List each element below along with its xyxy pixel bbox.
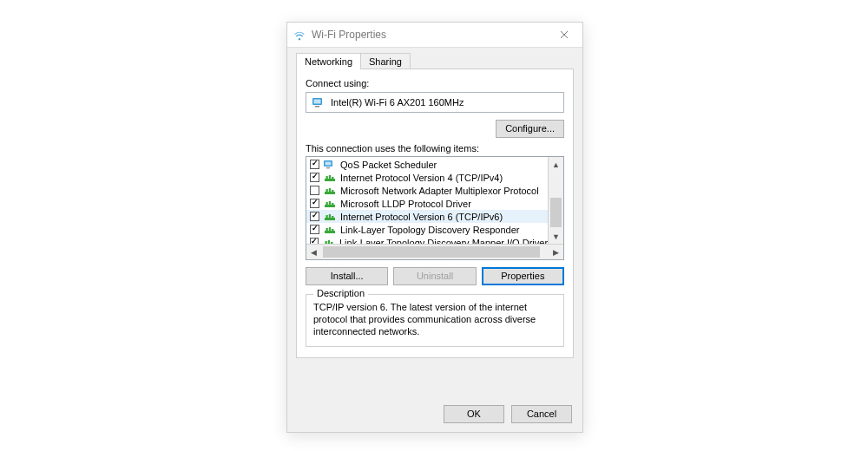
vertical-scrollbar[interactable]: ▲ ▼ <box>548 157 563 244</box>
hscroll-track[interactable] <box>321 245 549 259</box>
svg-rect-23 <box>326 228 328 231</box>
list-item[interactable]: QoS Packet Scheduler <box>306 158 548 171</box>
scroll-right-icon[interactable]: ▶ <box>549 245 563 259</box>
network-component-icon <box>324 212 336 222</box>
svg-rect-20 <box>329 214 331 218</box>
svg-rect-21 <box>332 216 333 218</box>
list-item[interactable]: Link-Layer Topology Discovery Mapper I/O… <box>306 236 548 244</box>
checkbox[interactable] <box>310 199 319 208</box>
list-item[interactable]: Microsoft LLDP Protocol Driver <box>306 197 548 210</box>
tabstrip: Networking Sharing <box>296 53 574 69</box>
network-component-icon <box>324 186 336 196</box>
svg-rect-10 <box>325 192 335 194</box>
network-component-icon <box>324 225 336 235</box>
svg-rect-25 <box>332 229 333 231</box>
properties-button[interactable]: Properties <box>482 267 564 285</box>
svg-rect-12 <box>329 188 331 192</box>
tab-sharing[interactable]: Sharing <box>360 53 411 69</box>
adapter-name: Intel(R) Wi-Fi 6 AX201 160MHz <box>331 97 464 108</box>
svg-rect-8 <box>329 175 331 179</box>
svg-rect-28 <box>328 240 330 244</box>
uninstall-button: Uninstall <box>393 267 476 285</box>
install-button[interactable]: Install... <box>306 267 388 285</box>
list-item-label: Internet Protocol Version 6 (TCP/IPv6) <box>340 212 503 222</box>
hscroll-thumb[interactable] <box>323 246 540 258</box>
list-item-label: QoS Packet Scheduler <box>340 160 437 170</box>
list-item[interactable]: Internet Protocol Version 4 (TCP/IPv4) <box>306 171 548 184</box>
configure-button[interactable]: Configure... <box>496 120 564 138</box>
list-item[interactable]: Link-Layer Topology Discovery Responder <box>306 223 548 236</box>
description-text: TCP/IP version 6. The latest version of … <box>313 302 556 337</box>
svg-rect-4 <box>326 161 332 165</box>
list-item-label: Link-Layer Topology Discovery Responder <box>340 225 519 235</box>
list-item-label: Link-Layer Topology Discovery Mapper I/O… <box>339 238 548 245</box>
close-icon[interactable] <box>551 25 577 44</box>
svg-rect-14 <box>325 205 335 207</box>
scroll-down-icon[interactable]: ▼ <box>549 229 563 244</box>
checkbox[interactable] <box>310 225 319 234</box>
horizontal-scrollbar[interactable]: ◀ ▶ <box>306 244 563 259</box>
list-item-label: Microsoft Network Adapter Multiplexor Pr… <box>340 186 539 196</box>
svg-rect-17 <box>332 203 333 205</box>
svg-rect-6 <box>325 179 335 181</box>
network-component-icon <box>323 238 335 245</box>
svg-rect-22 <box>325 231 335 233</box>
scroll-left-icon[interactable]: ◀ <box>306 245 321 259</box>
tabpanel-networking: Connect using: Intel(R) Wi-Fi 6 AX201 16… <box>296 69 574 358</box>
svg-rect-11 <box>326 189 328 192</box>
svg-rect-1 <box>314 100 321 104</box>
network-component-icon <box>324 173 336 183</box>
svg-rect-15 <box>326 202 328 205</box>
scroll-thumb[interactable] <box>550 198 562 227</box>
adapter-field: Intel(R) Wi-Fi 6 AX201 160MHz <box>306 92 564 113</box>
list-item-label: Microsoft LLDP Protocol Driver <box>340 199 471 209</box>
list-item[interactable]: Microsoft Network Adapter Multiplexor Pr… <box>306 184 548 197</box>
svg-rect-5 <box>326 167 330 168</box>
wifi-properties-dialog: Wi-Fi Properties Networking Sharing Conn… <box>286 22 583 433</box>
svg-rect-13 <box>332 190 333 192</box>
cancel-button[interactable]: Cancel <box>511 405 572 423</box>
checkbox[interactable] <box>310 238 319 244</box>
network-component-icon <box>324 199 336 209</box>
checkbox[interactable] <box>310 212 319 221</box>
adapter-icon <box>312 96 326 108</box>
svg-rect-7 <box>326 176 328 179</box>
list-item-label: Internet Protocol Version 4 (TCP/IPv4) <box>340 173 503 183</box>
svg-rect-24 <box>329 227 331 231</box>
list-item[interactable]: Internet Protocol Version 6 (TCP/IPv6) <box>306 210 548 223</box>
checkbox[interactable] <box>310 173 319 182</box>
items-listbox[interactable]: QoS Packet SchedulerInternet Protocol Ve… <box>306 156 564 260</box>
window-title: Wi-Fi Properties <box>312 29 386 41</box>
scroll-track[interactable] <box>549 172 563 229</box>
ok-button[interactable]: OK <box>444 405 504 423</box>
titlebar[interactable]: Wi-Fi Properties <box>287 23 582 48</box>
connect-using-label: Connect using: <box>306 78 564 88</box>
svg-rect-16 <box>329 201 331 205</box>
scroll-up-icon[interactable]: ▲ <box>549 157 563 172</box>
monitor-icon <box>324 160 336 170</box>
dialog-footer: OK Cancel <box>444 405 572 423</box>
tab-networking[interactable]: Networking <box>296 53 361 69</box>
wifi-icon <box>293 28 306 42</box>
description-groupbox: Description TCP/IP version 6. The latest… <box>306 294 564 347</box>
checkbox[interactable] <box>310 160 319 169</box>
items-label: This connection uses the following items… <box>306 143 564 154</box>
svg-rect-19 <box>326 215 328 218</box>
svg-rect-2 <box>315 106 319 108</box>
svg-rect-18 <box>325 218 335 220</box>
svg-rect-9 <box>332 177 333 179</box>
checkbox[interactable] <box>310 186 319 195</box>
description-legend: Description <box>313 288 368 298</box>
